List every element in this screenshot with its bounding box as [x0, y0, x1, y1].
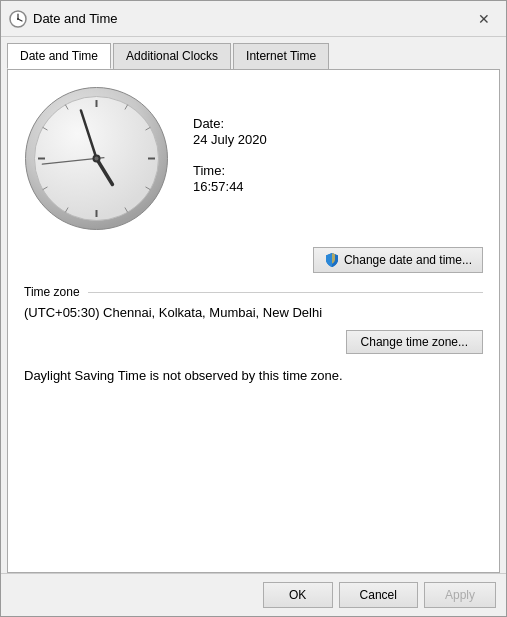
date-value: 24 July 2020	[193, 132, 267, 147]
window-icon	[9, 10, 27, 28]
timezone-section-label: Time zone	[24, 285, 483, 299]
change-datetime-row: Change date and time...	[24, 247, 483, 273]
tab-internet-time[interactable]: Internet Time	[233, 43, 329, 69]
shield-icon	[324, 252, 340, 268]
svg-point-22	[95, 157, 99, 161]
clock-date-row: Date: 24 July 2020 Time: 16:57:44	[24, 86, 483, 231]
window-title: Date and Time	[33, 11, 470, 26]
ok-button[interactable]: OK	[263, 582, 333, 608]
cancel-button[interactable]: Cancel	[339, 582, 418, 608]
change-datetime-button[interactable]: Change date and time...	[313, 247, 483, 273]
tab-bar: Date and Time Additional Clocks Internet…	[1, 37, 506, 69]
tab-date-time[interactable]: Date and Time	[7, 43, 111, 69]
time-label: Time:	[193, 163, 267, 178]
date-time-info: Date: 24 July 2020 Time: 16:57:44	[193, 116, 267, 202]
tab-additional-clocks[interactable]: Additional Clocks	[113, 43, 231, 69]
svg-point-3	[17, 18, 19, 20]
date-label: Date:	[193, 116, 267, 131]
apply-button[interactable]: Apply	[424, 582, 496, 608]
date-block: Date: 24 July 2020	[193, 116, 267, 147]
title-bar: Date and Time ✕	[1, 1, 506, 37]
timezone-value: (UTC+05:30) Chennai, Kolkata, Mumbai, Ne…	[24, 305, 483, 320]
window: Date and Time ✕ Date and Time Additional…	[0, 0, 507, 617]
time-value: 16:57:44	[193, 179, 267, 194]
change-timezone-button[interactable]: Change time zone...	[346, 330, 483, 354]
footer: OK Cancel Apply	[1, 573, 506, 616]
change-timezone-row: Change time zone...	[24, 330, 483, 354]
content-area: Date: 24 July 2020 Time: 16:57:44	[7, 69, 500, 573]
close-button[interactable]: ✕	[470, 5, 498, 33]
analog-clock	[24, 86, 169, 231]
dst-note: Daylight Saving Time is not observed by …	[24, 368, 483, 383]
change-datetime-label: Change date and time...	[344, 253, 472, 267]
time-block: Time: 16:57:44	[193, 163, 267, 194]
